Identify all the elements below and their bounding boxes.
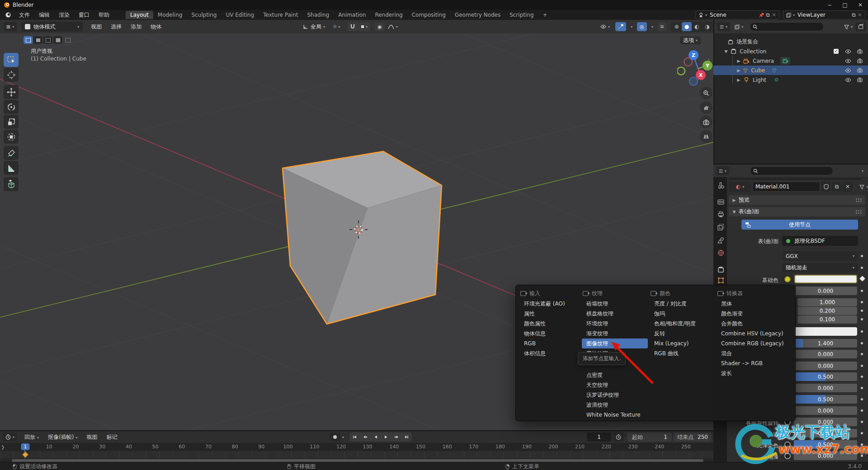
viewport-options-button[interactable]: 选项▾ [680, 36, 701, 44]
gizmos-dropdown[interactable]: ▾ [626, 22, 635, 31]
zoom-view-button[interactable] [700, 87, 712, 99]
snap-settings-dropdown[interactable]: ▾ [359, 22, 370, 31]
menu-item[interactable]: 环境纹理 [582, 319, 648, 329]
value-slider[interactable]: 0.100 [797, 315, 857, 324]
copy-view-layer-icon[interactable]: ⧉ [852, 12, 856, 18]
disclosure-icon[interactable]: ▶ [736, 78, 741, 82]
outliner-search-input[interactable] [750, 22, 824, 31]
tab-world[interactable] [715, 247, 726, 258]
render-visibility-icon[interactable] [857, 77, 863, 82]
workspace-tab-geometry-nodes[interactable]: Geometry Nodes [450, 11, 505, 19]
panel-surface[interactable]: ▼表(曲)面 [729, 207, 865, 216]
menu-item[interactable]: 天空纹理 [582, 380, 648, 390]
properties-editor-type-button[interactable]: ☲▾ [716, 166, 729, 175]
tab-scene[interactable] [715, 235, 726, 245]
start-frame-field[interactable]: 起始1 [627, 432, 672, 442]
camera-view-button[interactable] [700, 116, 712, 128]
pivot-point-dropdown[interactable]: ⌾▾ [330, 22, 343, 31]
tab-object[interactable] [715, 275, 726, 286]
menu-item[interactable]: Mix (Legacy) [650, 338, 715, 348]
proportional-editing-toggle[interactable]: ◉ [375, 22, 385, 31]
exclude-checkbox[interactable]: ✓ [834, 49, 839, 54]
tab-collection[interactable] [715, 264, 726, 275]
workspace-tab-animation[interactable]: Animation [334, 11, 370, 19]
menu-item[interactable]: 渐变纹理 [582, 329, 648, 338]
close-button[interactable]: ✕ [853, 2, 868, 8]
menu-item[interactable]: 颜色属性 [519, 319, 581, 329]
disclosure-icon[interactable]: ▶ [736, 68, 741, 73]
current-frame-badge[interactable]: 1 [21, 443, 30, 450]
pan-view-button[interactable] [700, 101, 712, 114]
viewport-menu-view[interactable]: 视图 [86, 23, 106, 31]
play-button[interactable] [381, 432, 391, 442]
hide-eye-icon[interactable] [845, 59, 851, 63]
jump-prev-keyframe-button[interactable] [360, 432, 370, 442]
outliner-row-camera[interactable]: ▶ Camera [713, 56, 868, 66]
menu-item[interactable]: 物体信息 [519, 329, 581, 338]
remove-view-layer-icon[interactable]: ✕ [858, 12, 862, 18]
outliner-display-mode-dropdown[interactable]: ☰▾ [717, 22, 730, 31]
base-color-swatch[interactable] [794, 275, 857, 283]
tool-transform[interactable] [4, 130, 19, 144]
workspace-tab-scripting[interactable]: Scripting [505, 11, 538, 19]
timeline-ruler[interactable]: 1102030405060708090100110120130140150160… [0, 443, 713, 451]
menu-item[interactable]: 颜色渐变 [717, 309, 793, 319]
mode-dropdown[interactable]: 物体模式 ▾ [21, 22, 83, 32]
select-set-button[interactable] [24, 36, 33, 44]
menu-item[interactable]: Combine HSV (Legacy) [717, 329, 793, 338]
drag-grip-icon[interactable] [855, 198, 863, 202]
shading-rendered-button[interactable]: ◑ [702, 22, 712, 31]
decorator-dot[interactable] [861, 255, 863, 257]
value-slider[interactable]: 0.200 [797, 307, 857, 315]
menu-item[interactable]: 环境光遮蔽 (AO) [519, 299, 581, 309]
outliner-filter-dropdown[interactable]: ▾ [841, 22, 855, 31]
workspace-tab-shading[interactable]: Shading [302, 11, 334, 19]
outliner-filter-id-dropdown[interactable]: ▾ [732, 22, 746, 31]
tab-tool[interactable] [715, 180, 726, 191]
properties-options-dropdown[interactable]: ▾ [862, 169, 863, 173]
menu-item[interactable]: 体积信息 [519, 348, 581, 358]
unlink-scene-icon[interactable]: ✕ [772, 12, 776, 18]
jump-to-start-button[interactable] [349, 432, 360, 442]
auto-keying-button[interactable] [330, 432, 340, 442]
menu-item[interactable]: 反转 [650, 329, 715, 338]
editor-type-button[interactable]: ⊞▾ [4, 22, 17, 31]
tool-annotate[interactable] [4, 146, 19, 160]
menu-item[interactable]: RGB 曲线 [650, 348, 715, 358]
menu-item[interactable]: RGB [519, 338, 581, 348]
select-subtract-button[interactable] [43, 36, 52, 44]
timeline-editor-type-button[interactable]: ▾ [3, 432, 17, 442]
copy-material-button[interactable]: ⧉ [832, 182, 842, 192]
scene-selector[interactable]: ▾ Scene 📌 ⧉ ✕ [695, 10, 779, 19]
base-color-socket[interactable] [782, 275, 793, 283]
gizmos-toggle[interactable] [615, 22, 626, 31]
menu-item[interactable]: White Noise Texture [582, 410, 648, 420]
timeline-expand-icon[interactable]: ❯ [1, 445, 5, 450]
properties-search-input[interactable] [750, 166, 833, 175]
timeline-menu-keying[interactable]: 抠像(插帧)▾ [43, 433, 82, 441]
menu-item-image-texture[interactable]: 图像纹理 [582, 338, 648, 348]
render-visibility-icon[interactable] [857, 68, 863, 73]
menu-item[interactable]: 亮度 / 对比度 [650, 299, 715, 309]
menu-item[interactable]: 伽玛 [650, 309, 715, 319]
tool-cursor[interactable] [4, 68, 19, 82]
menu-item[interactable]: 砖墙纹理 [582, 299, 648, 309]
distribution-dropdown[interactable]: GGX▾ [782, 251, 858, 261]
keying-set-dropdown[interactable]: ▾ [342, 435, 344, 439]
blender-menu-icon[interactable] [5, 12, 12, 18]
timeline-menu-marker[interactable]: 标记 [102, 433, 122, 441]
add-workspace-button[interactable]: + [538, 11, 552, 19]
navigation-gizmo[interactable]: Z Y X [677, 49, 718, 89]
value-slider[interactable]: 0.500 [794, 372, 857, 381]
material-browse-button[interactable]: ◐▾ [729, 182, 751, 192]
menu-item[interactable]: 属性 [519, 309, 581, 319]
snap-toggle[interactable] [347, 22, 358, 31]
menu-item[interactable]: 点密度 [582, 370, 648, 380]
menu-item[interactable]: 沃罗诺伊纹理 [582, 390, 648, 400]
value-slider[interactable]: 0.000 [794, 350, 857, 358]
decorator-dot[interactable] [861, 267, 863, 269]
surface-shader-button[interactable]: 原理化BSDF [782, 236, 858, 246]
hide-eye-icon[interactable] [845, 68, 851, 73]
hide-eye-icon[interactable] [845, 78, 851, 82]
menu-item[interactable]: 波长 [717, 368, 793, 378]
